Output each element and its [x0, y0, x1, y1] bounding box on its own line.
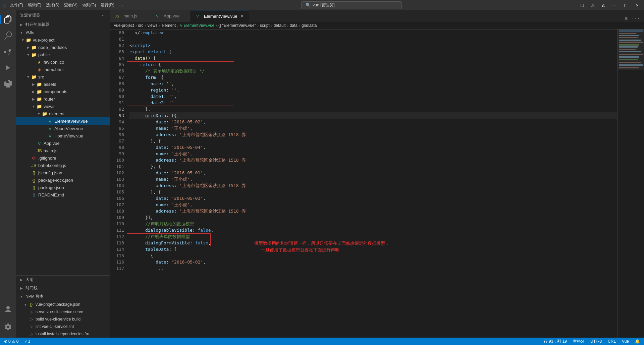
breadcrumb-vue-project[interactable]: vue-project	[114, 23, 134, 28]
minimize-button[interactable]: ─	[610, 2, 618, 8]
breadcrumb-element[interactable]: element	[161, 23, 176, 28]
tree-element-view[interactable]: V ElementView.vue	[16, 117, 110, 125]
tree-readme[interactable]: ℹ README.md	[16, 191, 110, 198]
package-lock-icon: {}	[31, 178, 37, 183]
tree-public[interactable]: ▼ 📁 public	[16, 51, 110, 58]
search-activity-icon[interactable]	[0, 27, 16, 44]
tree-node-modules[interactable]: ▶ 📁 node_modules	[16, 44, 110, 51]
npm-scripts-header[interactable]: ▼ NPM 脚本	[16, 292, 110, 301]
search-bar[interactable]: 🔍 vue [管理员]	[301, 1, 402, 9]
tree-favicon[interactable]: ★ favicon.ico	[16, 58, 110, 66]
npm-serve-icon: ▷	[28, 309, 34, 314]
code-editor[interactable]: 80 81 82 83 84 85 86 87 88 89 90 91 92 9…	[110, 30, 644, 338]
code-content[interactable]: </template> <script> export default { da…	[127, 30, 617, 338]
code-line-83: export default {	[129, 49, 617, 55]
code-line-114: tableData: [	[129, 246, 617, 252]
tab-close-button[interactable]: ✕	[239, 13, 245, 19]
breadcrumb-src[interactable]: src	[138, 23, 143, 28]
menu-run[interactable]: 运行(R)	[99, 2, 116, 9]
language-item[interactable]: Vue	[621, 339, 630, 344]
sidebar-header-actions[interactable]: ···	[102, 13, 106, 17]
tree-element[interactable]: ▼ 📁 element	[16, 110, 110, 117]
breadcrumb-data[interactable]: data	[290, 23, 298, 28]
position-item[interactable]: 行 93，列 19	[542, 339, 568, 344]
error-count[interactable]: ⊗ 0 ⚠ 0	[3, 339, 20, 344]
tree-package-json[interactable]: {} package.json	[16, 184, 110, 191]
ln-117: 117	[110, 265, 124, 272]
feedback-icon[interactable]: 🔔	[634, 339, 641, 344]
breadcrumb-default[interactable]: default	[274, 23, 286, 28]
line-ending-item[interactable]: CRL	[606, 339, 617, 344]
split-editor-icon[interactable]: ⊞	[623, 15, 629, 22]
npm-build[interactable]: ▷ build vue-cli-service build	[16, 315, 110, 323]
breadcrumb-object[interactable]: {} "ElementView.vue"	[218, 23, 256, 28]
vue-section-header[interactable]: ▼ VUE	[16, 29, 110, 36]
tree-babel-config[interactable]: JS babel.config.js	[16, 162, 110, 169]
tree-index-html[interactable]: ◈ index.html	[16, 66, 110, 73]
package-json-label: package.json	[38, 185, 64, 190]
tree-home-view[interactable]: V HomeView.vue	[16, 132, 110, 139]
open-editors-header[interactable]: ▶ 打开的编辑器	[16, 20, 110, 29]
router-icon: 📁	[36, 97, 42, 102]
spaces-item[interactable]: 空格:4	[572, 339, 586, 344]
app-vue-icon: V	[36, 141, 42, 146]
code-line-98: date: '2016-05-04',	[129, 144, 617, 151]
favicon-icon: ★	[36, 60, 42, 65]
npm-lint[interactable]: ▷ lint vue-cli-service lint	[16, 323, 110, 330]
more-actions-icon[interactable]: ···	[630, 15, 641, 22]
layout-icon-1[interactable]: ◫	[578, 2, 586, 8]
code-line-81	[129, 36, 617, 42]
status-bar: ⊗ 0 ⚠ 0 ⑂ 1 行 93，列 19 空格:4 UTF-8 CRL Vue…	[0, 338, 644, 345]
npm-project[interactable]: ▼ {} vue-project\package.json	[16, 301, 110, 308]
menu-more[interactable]: …	[117, 2, 125, 9]
npm-install[interactable]: ▷ install install dependencies fro...	[16, 330, 110, 338]
run-icon[interactable]	[0, 60, 16, 76]
npm-serve[interactable]: ▷ serve vue-cli-service serve	[16, 308, 110, 315]
maximize-button[interactable]: □	[622, 2, 630, 8]
breadcrumb-script[interactable]: script	[260, 23, 270, 28]
tree-about-view[interactable]: V AboutView.vue	[16, 125, 110, 132]
explorer-icon[interactable]	[0, 11, 16, 27]
tree-package-lock[interactable]: {} package-lock.json	[16, 176, 110, 184]
tree-components[interactable]: ▶ 📁 components	[16, 88, 110, 95]
code-line-93: gridData: [{	[129, 112, 617, 119]
tree-assets[interactable]: ▶ 📁 assets	[16, 80, 110, 88]
breadcrumb-elementview[interactable]: V ElementView.vue	[180, 23, 214, 28]
tree-app-vue[interactable]: V App.vue	[16, 139, 110, 147]
menu-edit[interactable]: 编辑(E)	[26, 2, 43, 9]
layout-icon-3[interactable]: ◭	[600, 2, 607, 8]
source-control-icon[interactable]	[0, 44, 16, 60]
breadcrumb-views[interactable]: views	[147, 23, 157, 28]
branch-item[interactable]: ⑂ 1	[23, 339, 32, 344]
encoding-item[interactable]: UTF-8	[589, 339, 603, 344]
tree-gitignore[interactable]: ⚙ .gitignore	[16, 154, 110, 162]
tree-jsconfig[interactable]: {} jsconfig.json	[16, 169, 110, 176]
tree-src[interactable]: ▼ 📁 src	[16, 73, 110, 80]
tree-router[interactable]: ▶ 📁 router	[16, 95, 110, 103]
src-label: src	[38, 74, 44, 79]
extensions-icon[interactable]	[0, 76, 16, 92]
menu-select[interactable]: 选择(S)	[44, 2, 61, 9]
menu-goto[interactable]: 转到(G)	[80, 2, 98, 9]
ln-101: 101	[110, 163, 124, 170]
menu-view[interactable]: 查看(V)	[62, 2, 79, 9]
tree-views[interactable]: ▼ 📁 views	[16, 103, 110, 110]
element-arrow: ▼	[36, 112, 42, 116]
breadcrumb-griddata[interactable]: gridData	[302, 23, 317, 28]
layout-icon-2[interactable]: ◬	[589, 2, 596, 8]
tab-main-js[interactable]: JS main.js	[110, 10, 150, 22]
error-number: 0	[8, 339, 11, 344]
outline-header[interactable]: ▶ 大纲	[16, 276, 110, 284]
menu-file[interactable]: 文件(F)	[8, 2, 25, 9]
tab-element-view[interactable]: V ElementView.vue ✕	[191, 10, 249, 22]
tree-main-js[interactable]: JS main.js	[16, 147, 110, 154]
tree-vue-project[interactable]: ▼ 📁 vue-project	[16, 36, 110, 44]
tab-app-vue[interactable]: V App.vue	[150, 10, 191, 22]
account-icon[interactable]	[0, 301, 16, 318]
timeline-header[interactable]: ▶ 时间线	[16, 284, 110, 292]
element-icon: 📁	[42, 111, 48, 116]
close-button[interactable]: ✕	[633, 2, 641, 8]
settings-icon[interactable]	[0, 319, 16, 335]
breadcrumb: vue-project › src › views › element › V …	[110, 22, 644, 30]
branch-icon: ⑂	[24, 339, 27, 344]
